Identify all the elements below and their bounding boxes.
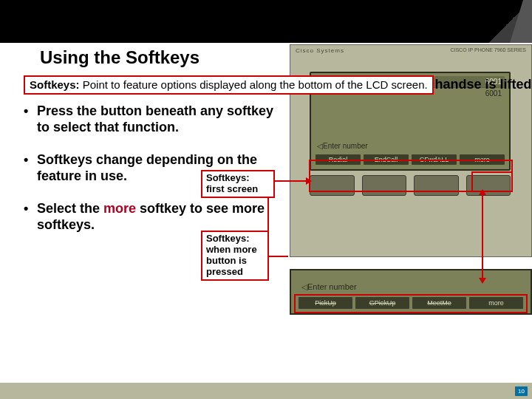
arrow-head-icon (479, 189, 486, 195)
page-number: 10 (515, 386, 528, 396)
phone-brand-right: CISCO IP PHONE 7960 SERIES (450, 47, 526, 52)
header-accent (488, 0, 532, 43)
definition-term: Softkeys: (30, 78, 80, 91)
bullet-item: Select the more softkey to see more soft… (24, 201, 275, 233)
lcd-enter-prompt: ◁Enter number (317, 142, 368, 150)
footer-bar: 10 (0, 383, 532, 399)
arrow-icon (267, 256, 288, 257)
slide: Using the Softkeys Softkeys: Point to fe… (0, 0, 532, 399)
arrow-head-icon (306, 177, 312, 185)
arrow-icon (275, 180, 309, 182)
annotation-more-pressed: Softkeys: when more button is pressed (201, 231, 269, 281)
annotation-first-screen: Softkeys: first screen (201, 170, 275, 198)
definition-callout: Softkeys: Point to feature options displ… (24, 75, 434, 95)
definition-text: Point to feature options displayed along… (80, 78, 428, 91)
phone-brand-left: Cisco Systems (296, 47, 344, 54)
arrow-icon (482, 192, 483, 281)
bullet-list: Press the button beneath any softkey to … (24, 103, 275, 233)
highlight-softkey-row-2 (294, 294, 528, 313)
arrow-icon (267, 198, 269, 257)
arrow-head-icon (479, 278, 486, 284)
bullet-emphasis: more (103, 201, 136, 216)
bullet-item: Press the button beneath any softkey to … (24, 103, 275, 136)
bullet-text-pre: Select the (37, 201, 103, 216)
lcd2-enter-prompt: ◁Enter number (301, 282, 357, 292)
header-bar (0, 0, 532, 43)
highlight-more-key (471, 171, 513, 192)
